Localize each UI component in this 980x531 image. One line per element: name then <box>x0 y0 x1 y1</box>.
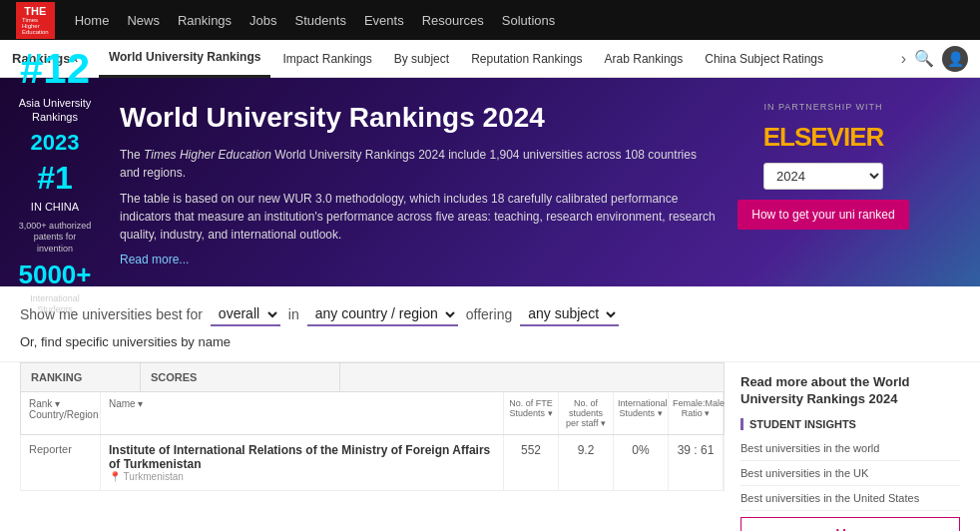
by-name-link[interactable]: by name <box>181 334 231 349</box>
table-col-headers: Rank ▾ Country/Region Name ▾ No. of FTE … <box>20 392 725 435</box>
offering-label: offering <box>466 306 512 322</box>
table-row: Reporter Institute of International Rela… <box>20 435 725 491</box>
read-more-link[interactable]: Read more... <box>120 253 189 266</box>
th-spacer <box>340 363 724 391</box>
subject-select[interactable]: any subject <box>520 302 619 326</box>
col-name[interactable]: Name ▾ <box>101 392 504 434</box>
more-button[interactable]: More <box>740 517 960 531</box>
student-insights-label: STUDENT INSIGHTS <box>740 418 960 430</box>
nav-events[interactable]: Events <box>364 13 404 28</box>
overall-select[interactable]: overall <box>211 302 280 326</box>
col-staff: No. of students per staff ▾ <box>559 392 614 434</box>
country-select[interactable]: any country / region <box>307 302 458 326</box>
sub-navigation: Rankings ‹ › World University Rankings I… <box>0 40 980 78</box>
badge-china-label: IN CHINA <box>31 200 79 214</box>
sub-nav-links: World University Rankings Impact Ranking… <box>99 40 897 78</box>
subnav-arab[interactable]: Arab Rankings <box>595 40 694 78</box>
fte-cell: 552 <box>504 435 559 490</box>
badge-china-rank: #1 <box>37 162 73 194</box>
badge-students-num: 5000+ <box>18 262 91 287</box>
rank-cell: Reporter <box>21 435 101 490</box>
filter-row: Show me universities best for overall in… <box>20 302 960 326</box>
hero-section: #12 Asia UniversityRankings 2023 #1 IN C… <box>0 78 980 286</box>
sidebar-link-uk[interactable]: Best universities in the UK <box>740 461 960 486</box>
intl-cell: 0% <box>614 435 669 490</box>
badge-rank: #12 <box>20 48 90 90</box>
name-filter-row: Or, find specific universities by name <box>20 334 960 349</box>
search-icon[interactable]: 🔍 <box>914 49 934 68</box>
user-avatar[interactable]: 👤 <box>942 46 968 72</box>
subnav-china[interactable]: China Subject Ratings <box>695 40 833 78</box>
location-cell: 📍 Turkmenistan <box>109 471 495 482</box>
filter-bar: Show me universities best for overall in… <box>0 286 980 362</box>
name-cell: Institute of International Relations of … <box>101 435 504 490</box>
table-group-headers: RANKING SCORES <box>20 362 725 392</box>
sub-nav-right: › 🔍 👤 <box>901 46 968 72</box>
nav-jobs[interactable]: Jobs <box>249 13 276 28</box>
top-nav-links: Home News Rankings Jobs Students Events … <box>75 13 964 28</box>
subnav-world-rankings[interactable]: World University Rankings <box>99 40 270 78</box>
nav-solutions[interactable]: Solutions <box>502 13 555 28</box>
col-rank[interactable]: Rank ▾ Country/Region <box>21 392 101 434</box>
th-ranking: RANKING <box>21 363 141 391</box>
col-ratio: Female:Male Ratio ▾ <box>669 392 724 434</box>
th-scores: SCORES <box>141 363 340 391</box>
sidebar-title: Read more about the World University Ran… <box>740 374 960 408</box>
year-select[interactable]: 2024 2023 2022 2021 <box>763 163 883 190</box>
partner-label: IN PARTNERSHIP WITH <box>763 102 882 112</box>
nav-students[interactable]: Students <box>295 13 346 28</box>
more-nav-icon[interactable]: › <box>901 50 906 68</box>
elsevier-logo: ELSEVIER <box>763 122 884 153</box>
nav-resources[interactable]: Resources <box>422 13 484 28</box>
subnav-reputation[interactable]: Reputation Rankings <box>461 40 592 78</box>
ratio-cell: 39 : 61 <box>669 435 724 490</box>
subnav-impact-rankings[interactable]: Impact Rankings <box>272 40 381 78</box>
hero-title: World University Rankings 2024 <box>120 102 719 134</box>
sidebar-link-us[interactable]: Best universities in the United States <box>740 486 960 511</box>
or-find-label: Or, find specific universities <box>20 334 178 349</box>
logo-the: THE <box>24 6 46 17</box>
in-label: in <box>288 306 299 322</box>
nav-news[interactable]: News <box>127 13 160 28</box>
get-uni-ranked-button[interactable]: How to get your uni ranked <box>737 200 908 230</box>
university-name[interactable]: Institute of International Relations of … <box>109 443 495 471</box>
col-intl: International Students ▾ <box>614 392 669 434</box>
nav-home[interactable]: Home <box>75 13 110 28</box>
the-logo[interactable]: THE TimesHigherEducation <box>16 2 55 39</box>
side-badge: #12 Asia UniversityRankings 2023 #1 IN C… <box>0 78 110 286</box>
right-sidebar: Read more about the World University Ran… <box>740 362 960 531</box>
main-content: RANKING SCORES Rank ▾ Country/Region Nam… <box>0 362 980 531</box>
sidebar-link-world[interactable]: Best universities in the world <box>740 436 960 461</box>
student-insights-section: STUDENT INSIGHTS Best universities in th… <box>740 418 960 531</box>
nav-rankings[interactable]: Rankings <box>178 13 232 28</box>
staff-cell: 9.2 <box>559 435 614 490</box>
col-fte: No. of FTE Students ▾ <box>504 392 559 434</box>
badge-year: 2023 <box>31 130 80 156</box>
badge-students-label: InternationalStudents <box>30 293 80 316</box>
hero-desc2: The table is based on our new WUR 3.0 me… <box>120 190 719 244</box>
badge-rank-label: Asia UniversityRankings <box>19 96 92 125</box>
hero-content: World University Rankings 2024 The Times… <box>120 102 719 266</box>
top-navigation: THE TimesHigherEducation Home News Ranki… <box>0 0 980 40</box>
subnav-by-subject[interactable]: By subject <box>384 40 459 78</box>
logo-times: TimesHigherEducation <box>22 17 49 35</box>
pin-icon: 📍 <box>109 471 121 482</box>
rankings-table: RANKING SCORES Rank ▾ Country/Region Nam… <box>20 362 725 531</box>
hero-right-panel: IN PARTNERSHIP WITH ELSEVIER 2024 2023 2… <box>719 102 918 266</box>
hero-desc1: The Times Higher Education World Univers… <box>120 146 719 182</box>
badge-patents: 3,000+ authorizedpatents forinvention <box>19 221 91 256</box>
